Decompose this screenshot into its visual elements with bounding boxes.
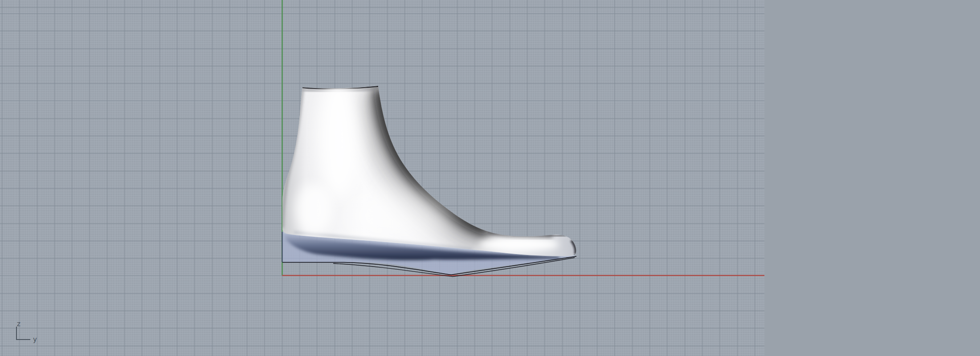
gizmo-corner bbox=[16, 327, 30, 340]
heel-highlight bbox=[295, 183, 333, 235]
axis-gizmo: z y bbox=[16, 320, 37, 344]
toe-highlight bbox=[479, 237, 559, 251]
ankle-highlight bbox=[317, 76, 360, 200]
shoe-last-object[interactable] bbox=[282, 76, 576, 256]
gizmo-z-label: z bbox=[17, 320, 20, 328]
viewport-canvas[interactable]: z y bbox=[0, 0, 980, 356]
toe-top-shade bbox=[512, 235, 567, 236]
last-shading bbox=[282, 76, 576, 254]
mid-highlight bbox=[347, 189, 454, 243]
scene-svg: z y bbox=[0, 0, 980, 356]
gizmo-y-label: y bbox=[33, 336, 37, 344]
